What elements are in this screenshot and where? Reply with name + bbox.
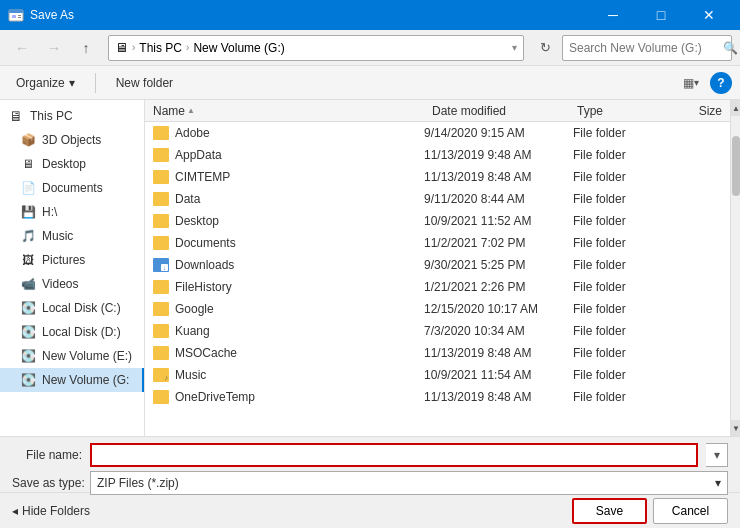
filename-dropdown-button[interactable]: ▾: [706, 443, 728, 467]
sidebar-item-3d-objects[interactable]: 📦 3D Objects: [0, 128, 144, 152]
savetype-row: Save as type: ZIP Files (*.zip) ▾: [12, 471, 728, 495]
filename-input[interactable]: [90, 443, 698, 467]
cancel-button[interactable]: Cancel: [653, 498, 728, 524]
col-header-name[interactable]: Name ▲: [153, 104, 432, 118]
address-bar[interactable]: 🖥 › This PC › New Volume (G:) ▾: [108, 35, 524, 61]
crumb-this-pc[interactable]: This PC: [139, 41, 182, 55]
table-row[interactable]: Data 9/11/2020 8:44 AM File folder: [145, 188, 730, 210]
sidebar-item-new-vol-e[interactable]: 💽 New Volume (E:): [0, 344, 144, 368]
music-icon: 🎵: [20, 228, 36, 244]
file-type: File folder: [573, 324, 663, 338]
maximize-button[interactable]: □: [638, 0, 684, 30]
file-name: Kuang: [153, 324, 420, 338]
sidebar-label-new-vol-e: New Volume (E:): [42, 349, 132, 363]
search-input[interactable]: [569, 41, 719, 55]
desktop-icon: 🖥: [20, 156, 36, 172]
file-name: AppData: [153, 148, 420, 162]
file-date: 9/11/2020 8:44 AM: [424, 192, 569, 206]
close-button[interactable]: ✕: [686, 0, 732, 30]
table-row[interactable]: Desktop 10/9/2021 11:52 AM File folder: [145, 210, 730, 232]
table-row[interactable]: Documents 11/2/2021 7:02 PM File folder: [145, 232, 730, 254]
3d-objects-icon: 📦: [20, 132, 36, 148]
save-button[interactable]: Save: [572, 498, 647, 524]
savetype-value: ZIP Files (*.zip): [97, 476, 179, 490]
sidebar-item-music[interactable]: 🎵 Music: [0, 224, 144, 248]
table-row[interactable]: Kuang 7/3/2020 10:34 AM File folder: [145, 320, 730, 342]
sidebar-item-this-pc[interactable]: 🖥 This PC: [0, 104, 144, 128]
file-type: File folder: [573, 390, 663, 404]
file-date: 11/13/2019 9:48 AM: [424, 148, 569, 162]
file-name: Documents: [153, 236, 420, 250]
col-header-type[interactable]: Type: [577, 104, 667, 118]
address-dropdown-icon[interactable]: ▾: [512, 42, 517, 53]
sidebar-item-h-drive[interactable]: 💾 H:\: [0, 200, 144, 224]
file-name-text: MSOCache: [175, 346, 237, 360]
crumb-new-volume[interactable]: New Volume (G:): [193, 41, 284, 55]
sidebar-item-desktop[interactable]: 🖥 Desktop: [0, 152, 144, 176]
table-row[interactable]: MSOCache 11/13/2019 8:48 AM File folder: [145, 342, 730, 364]
sidebar-label-h-drive: H:\: [42, 205, 57, 219]
cmd-separator: [95, 73, 96, 93]
table-row[interactable]: ↓ Downloads 9/30/2021 5:25 PM File folde…: [145, 254, 730, 276]
sidebar-item-new-vol-g[interactable]: 💽 New Volume (G:: [0, 368, 144, 392]
window-controls: ─ □ ✕: [590, 0, 732, 30]
scroll-thumb[interactable]: [732, 136, 740, 196]
file-name-text: Documents: [175, 236, 236, 250]
local-d-icon: 💽: [20, 324, 36, 340]
back-button[interactable]: ←: [8, 34, 36, 62]
file-name-text: FileHistory: [175, 280, 232, 294]
table-row[interactable]: FileHistory 1/21/2021 2:26 PM File folde…: [145, 276, 730, 298]
table-row[interactable]: CIMTEMP 11/13/2019 8:48 AM File folder: [145, 166, 730, 188]
new-vol-e-icon: 💽: [20, 348, 36, 364]
organize-button[interactable]: Organize ▾: [8, 72, 83, 94]
help-button[interactable]: ?: [710, 72, 732, 94]
file-date: 11/13/2019 8:48 AM: [424, 170, 569, 184]
filename-label: File name:: [12, 448, 82, 462]
col-header-size[interactable]: Size: [667, 104, 722, 118]
command-bar: Organize ▾ New folder ▦ ▾ ?: [0, 66, 740, 100]
forward-button[interactable]: →: [40, 34, 68, 62]
computer-icon: 🖥: [115, 40, 128, 55]
sidebar-item-videos[interactable]: 📹 Videos: [0, 272, 144, 296]
sidebar-item-local-c[interactable]: 💽 Local Disk (C:): [0, 296, 144, 320]
file-name: OneDriveTemp: [153, 390, 420, 404]
file-type: File folder: [573, 148, 663, 162]
file-name: MSOCache: [153, 346, 420, 360]
file-list: Adobe 9/14/2020 9:15 AM File folder AppD…: [145, 122, 730, 436]
savetype-dropdown[interactable]: ZIP Files (*.zip) ▾: [90, 471, 728, 495]
file-date: 10/9/2021 11:54 AM: [424, 368, 569, 382]
folder-icon: [153, 236, 169, 250]
file-name-text: CIMTEMP: [175, 170, 230, 184]
new-folder-button[interactable]: New folder: [108, 72, 181, 94]
file-date: 9/14/2020 9:15 AM: [424, 126, 569, 140]
sidebar-label-local-c: Local Disk (C:): [42, 301, 121, 315]
search-box[interactable]: 🔍: [562, 35, 732, 61]
vertical-scrollbar[interactable]: ▲ ▼: [730, 100, 740, 436]
file-date: 10/9/2021 11:52 AM: [424, 214, 569, 228]
file-name-text: Google: [175, 302, 214, 316]
view-icon: ▦: [683, 76, 694, 90]
scroll-down-arrow[interactable]: ▼: [731, 420, 740, 436]
sidebar-label-music: Music: [42, 229, 73, 243]
sidebar-item-pictures[interactable]: 🖼 Pictures: [0, 248, 144, 272]
minimize-button[interactable]: ─: [590, 0, 636, 30]
view-button[interactable]: ▦ ▾: [676, 72, 706, 94]
col-header-date[interactable]: Date modified: [432, 104, 577, 118]
sort-arrow: ▲: [187, 106, 195, 115]
file-type: File folder: [573, 302, 663, 316]
up-button[interactable]: ↑: [72, 34, 100, 62]
refresh-button[interactable]: ↻: [532, 35, 558, 61]
file-date: 1/21/2021 2:26 PM: [424, 280, 569, 294]
hide-folders-button[interactable]: ◂ Hide Folders: [12, 504, 90, 518]
table-row[interactable]: OneDriveTemp 11/13/2019 8:48 AM File fol…: [145, 386, 730, 408]
sidebar-item-documents[interactable]: 📄 Documents: [0, 176, 144, 200]
table-row[interactable]: ♪ Music 10/9/2021 11:54 AM File folder: [145, 364, 730, 386]
h-drive-icon: 💾: [20, 204, 36, 220]
file-name: FileHistory: [153, 280, 420, 294]
folder-icon: [153, 280, 169, 294]
scroll-up-arrow[interactable]: ▲: [731, 100, 740, 116]
table-row[interactable]: Google 12/15/2020 10:17 AM File folder: [145, 298, 730, 320]
table-row[interactable]: Adobe 9/14/2020 9:15 AM File folder: [145, 122, 730, 144]
table-row[interactable]: AppData 11/13/2019 9:48 AM File folder: [145, 144, 730, 166]
sidebar-item-local-d[interactable]: 💽 Local Disk (D:): [0, 320, 144, 344]
